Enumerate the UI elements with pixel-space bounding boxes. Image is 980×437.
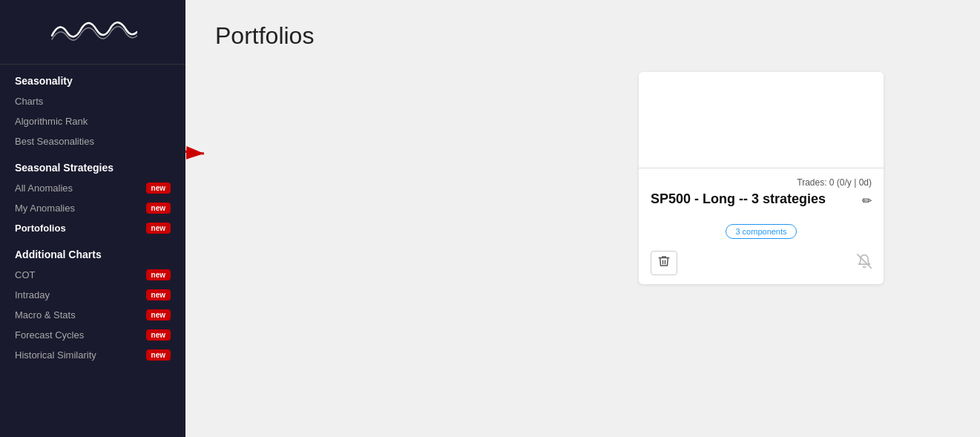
badge-all-anomalies: new (146, 183, 171, 194)
sidebar-item-portofolios[interactable]: Portofolios new (0, 218, 185, 238)
card-title-row: SP500 - Long -- 3 strategies ✏ (651, 191, 872, 208)
card-trades-label: Trades: 0 (0/y | 0d) (651, 177, 872, 188)
sidebar-item-macro-stats[interactable]: Macro & Stats new (0, 305, 185, 325)
sidebar-item-intraday[interactable]: Intraday new (0, 285, 185, 305)
section-title-additional-charts: Additional Charts (0, 238, 185, 265)
page-title: Portfolios (215, 22, 950, 50)
badge-macro-stats: new (146, 309, 171, 321)
components-badge[interactable]: 3 components (726, 224, 796, 239)
section-title-seasonality: Seasonality (0, 65, 185, 91)
sidebar-item-historical-similarity[interactable]: Historical Similarity new (0, 345, 185, 365)
sidebar-item-cot[interactable]: COT new (0, 265, 185, 285)
arrow-icon (185, 109, 230, 168)
card-portfolio-title: SP500 - Long -- 3 strategies (651, 191, 856, 208)
badge-cot: new (146, 269, 171, 280)
portfolio-cards-area: Trades: 0 (0/y | 0d) SP500 - Long -- 3 s… (215, 72, 950, 284)
badge-historical-similarity: new (146, 349, 171, 361)
logo-icon (48, 13, 137, 50)
sidebar-item-algorithmic-rank[interactable]: Algorithmic Rank (0, 111, 185, 131)
card-footer (639, 245, 884, 284)
portfolio-card: Trades: 0 (0/y | 0d) SP500 - Long -- 3 s… (639, 72, 884, 284)
sidebar-item-all-anomalies[interactable]: All Anomalies new (0, 178, 185, 198)
badge-forecast-cycles: new (146, 329, 171, 341)
card-chart-preview (639, 72, 884, 168)
badge-my-anomalies: new (146, 203, 171, 214)
sidebar-item-best-seasonalities[interactable]: Best Seasonalities (0, 131, 185, 151)
section-title-seasonal-strategies: Seasonal Strategies (0, 151, 185, 178)
sidebar-item-charts[interactable]: Charts (0, 91, 185, 111)
sidebar: Seasonality Charts Algorithmic Rank Best… (0, 0, 185, 437)
notify-icon[interactable] (857, 254, 872, 272)
delete-icon[interactable] (651, 251, 677, 275)
badge-intraday: new (146, 289, 171, 300)
edit-icon[interactable]: ✏ (862, 194, 872, 208)
badge-portofolios: new (146, 223, 171, 234)
card-body: Trades: 0 (0/y | 0d) SP500 - Long -- 3 s… (639, 168, 884, 214)
main-content: Portfolios Trades: 0 (0/y | 0d) SP500 - … (185, 0, 980, 437)
sidebar-item-my-anomalies[interactable]: My Anomalies new (0, 198, 185, 218)
sidebar-section-seasonality: Seasonality Charts Algorithmic Rank Best… (0, 65, 185, 151)
sidebar-item-forecast-cycles[interactable]: Forecast Cycles new (0, 325, 185, 345)
logo-area (0, 0, 185, 65)
sidebar-section-additional-charts: Additional Charts COT new Intraday new M… (0, 238, 185, 365)
svg-line-1 (858, 254, 871, 268)
sidebar-section-seasonal-strategies: Seasonal Strategies All Anomalies new My… (0, 151, 185, 238)
card-components-row: 3 components (639, 224, 884, 239)
